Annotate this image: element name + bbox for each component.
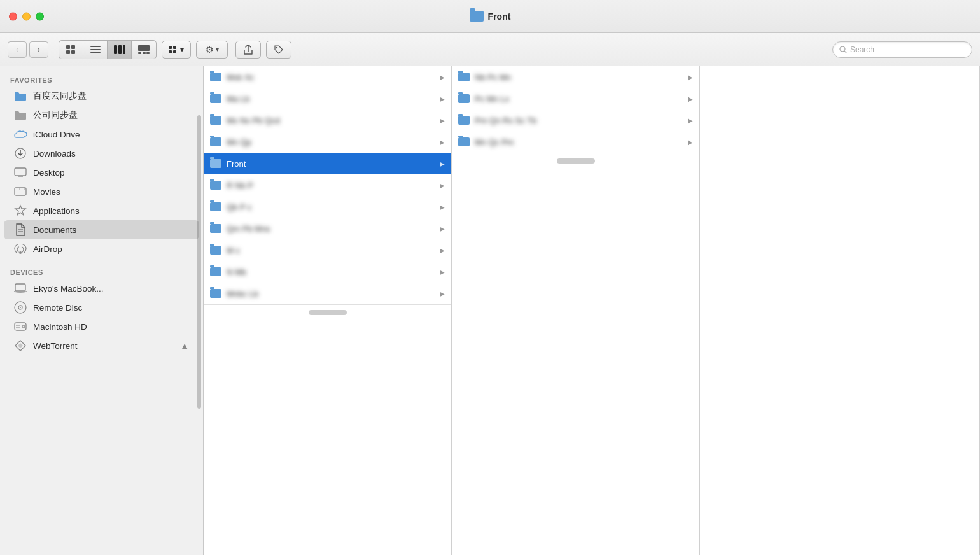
column-scroll-handle-2 — [452, 153, 699, 169]
folder-item-left: Ma Lb — [210, 94, 249, 104]
group-by-button[interactable]: ▾ — [162, 41, 191, 59]
svg-rect-25 — [15, 190, 26, 190]
group-icon — [169, 46, 178, 53]
icon-view-button[interactable] — [59, 41, 83, 59]
column-item-rfolder1[interactable]: Nb Pc Mn ▶ — [452, 66, 699, 88]
apps-icon — [14, 204, 27, 217]
sidebar-item-airdrop[interactable]: AirDrop — [4, 239, 199, 258]
chevron-icon: ▶ — [440, 269, 445, 276]
back-button[interactable]: ‹ — [8, 41, 27, 58]
sidebar-item-macbook[interactable]: Ekyo's MacBook... — [4, 279, 199, 298]
close-button[interactable] — [9, 12, 17, 20]
sidebar-item-movies[interactable]: Movies — [4, 182, 199, 201]
airdrop-icon — [14, 242, 27, 255]
cloud-icon — [14, 128, 27, 141]
column-pane-2: Nb Pc Mn ▶ Pc Mn Lx ▶ Pm Qn Rx Sc Tb ▶ — [452, 66, 700, 555]
sidebar-item-remote-disc[interactable]: Remote Disc — [4, 298, 199, 317]
share-button[interactable] — [235, 41, 261, 59]
column-item-folder9[interactable]: M c ▶ — [204, 239, 451, 261]
sidebar-item-company[interactable]: 公司同步盘 — [4, 106, 199, 125]
column-item-rfolder2[interactable]: Pc Mn Lx ▶ — [452, 88, 699, 109]
folder-item-left: Pc Mn Lx — [458, 94, 509, 104]
svg-rect-0 — [66, 45, 70, 49]
svg-point-19 — [840, 46, 845, 52]
tag-button[interactable] — [266, 41, 291, 59]
chevron-icon: ▶ — [688, 117, 693, 124]
svg-rect-17 — [173, 50, 176, 53]
chevron-icon: ▶ — [440, 247, 445, 254]
folder-name: Mx Nx Pb Qcd — [227, 116, 280, 125]
download-icon — [14, 147, 27, 160]
documents-icon — [14, 223, 27, 236]
folder-blue-icon — [210, 224, 221, 233]
svg-rect-16 — [169, 50, 172, 53]
titlebar: Front — [0, 0, 980, 33]
scroll-handle[interactable] — [309, 310, 347, 315]
svg-rect-4 — [90, 46, 101, 47]
folder-blue-icon — [210, 94, 221, 103]
column-item-rfolder4[interactable]: Mn Qc Pm ▶ — [452, 131, 699, 153]
minimize-button[interactable] — [22, 12, 31, 20]
sidebar-item-desktop[interactable]: Desktop — [4, 163, 199, 182]
column-item-folder6[interactable]: R Nb P ▶ — [204, 174, 451, 196]
title-text: Front — [488, 11, 511, 22]
svg-rect-34 — [15, 284, 25, 291]
gallery-view-button[interactable] — [132, 41, 156, 59]
preview-pane — [700, 66, 980, 555]
chevron-icon: ▶ — [688, 95, 693, 102]
window-controls — [9, 12, 44, 20]
svg-point-33 — [19, 251, 22, 254]
column-item-folder10[interactable]: N Mb ▶ — [204, 261, 451, 283]
sidebar-item-icloud[interactable]: iCloud Drive — [4, 125, 199, 144]
sidebar-item-applications[interactable]: Applications — [4, 201, 199, 220]
forward-icon: › — [38, 45, 40, 54]
action-button[interactable]: ⚙ ▾ — [196, 41, 228, 59]
sidebar-item-webtorrent[interactable]: WebTorrent ▲ — [4, 336, 199, 355]
sidebar-item-downloads[interactable]: Downloads — [4, 144, 199, 163]
main-content: Favorites 百度云同步盘 公司同步盘 iCloud Drive Down… — [0, 66, 980, 555]
folder-selected-icon — [210, 159, 221, 168]
sidebar-label-icloud: iCloud Drive — [33, 130, 80, 139]
svg-rect-6 — [90, 52, 101, 53]
sidebar-label-documents: Documents — [33, 225, 76, 235]
sidebar-label-macbook: Ekyo's MacBook... — [33, 284, 104, 293]
chevron-icon: ▶ — [440, 74, 445, 81]
sidebar-item-documents[interactable]: Documents — [4, 220, 199, 239]
sidebar-label-remote-disc: Remote Disc — [33, 303, 82, 313]
folder-blue-icon — [210, 267, 221, 276]
svg-rect-5 — [90, 49, 101, 50]
svg-rect-26 — [15, 193, 26, 193]
column-item-folder7[interactable]: Qb P c ▶ — [204, 196, 451, 218]
column-view-button[interactable] — [108, 41, 132, 59]
column-item-front[interactable]: Front ▶ — [204, 153, 451, 174]
favorites-section-title: Favorites — [0, 71, 203, 87]
list-view-button[interactable] — [83, 41, 108, 59]
disc-icon — [14, 301, 27, 314]
folder-blue-icon — [210, 181, 221, 190]
folder-item-left: Mxb Xc — [210, 73, 254, 82]
folder-blue-icon — [458, 116, 470, 125]
column-item-folder11[interactable]: Mnbc Lb ▶ — [204, 283, 451, 304]
column-item-folder1[interactable]: Mxb Xc ▶ — [204, 66, 451, 88]
folder-item-left: Mnbc Lb — [210, 289, 258, 299]
column-view-icon — [114, 45, 125, 54]
column-item-folder3[interactable]: Mx Nx Pb Qcd ▶ — [204, 109, 451, 131]
sidebar-item-baidu[interactable]: 百度云同步盘 — [4, 87, 199, 106]
column-item-folder8[interactable]: Qm Pb Mns ▶ — [204, 218, 451, 239]
sidebar-scrollbar[interactable] — [197, 115, 201, 409]
chevron-icon: ▶ — [440, 95, 445, 102]
svg-rect-29 — [22, 188, 22, 190]
chevron-icon: ▶ — [688, 139, 693, 146]
sidebar-label-downloads: Downloads — [33, 149, 76, 158]
scroll-handle[interactable] — [557, 158, 595, 164]
column-item-rfolder3[interactable]: Pm Qn Rx Sc Tb ▶ — [452, 109, 699, 131]
search-box[interactable]: Search — [832, 41, 972, 58]
column-item-folder4[interactable]: Mn Qp ▶ — [204, 131, 451, 153]
forward-button[interactable]: › — [29, 41, 48, 58]
column-item-folder2[interactable]: Ma Lb ▶ — [204, 88, 451, 109]
sidebar-item-macintosh-hd[interactable]: Macintosh HD — [4, 317, 199, 336]
maximize-button[interactable] — [36, 12, 44, 20]
toolbar: ‹ › — [0, 33, 980, 66]
folder-blue-icon — [210, 289, 221, 298]
svg-rect-10 — [138, 45, 150, 51]
